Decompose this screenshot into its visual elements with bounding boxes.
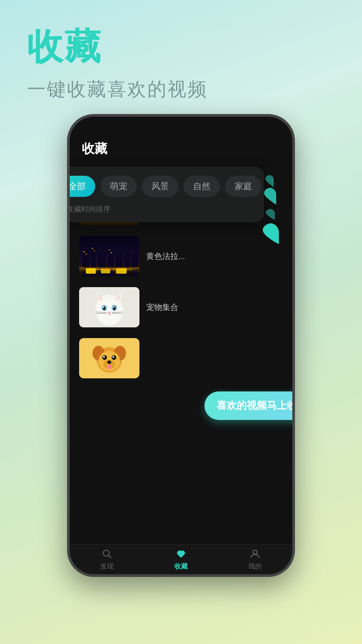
filter-tab-nature[interactable]: 自然 bbox=[184, 176, 220, 197]
svg-rect-20 bbox=[109, 250, 110, 251]
video-thumbnail-cat bbox=[79, 287, 139, 327]
list-item[interactable] bbox=[70, 333, 292, 384]
svg-rect-24 bbox=[101, 269, 110, 273]
tooltip-bubble: 喜欢的视频马上收藏 bbox=[204, 391, 292, 420]
nav-item-profile[interactable]: 我的 bbox=[248, 548, 262, 571]
svg-point-59 bbox=[253, 550, 257, 554]
phone-mockup: 收藏 bbox=[67, 114, 295, 577]
video-title: 黄色法拉... bbox=[146, 252, 185, 261]
svg-line-41 bbox=[96, 313, 107, 314]
svg-point-52 bbox=[103, 356, 105, 358]
filter-tab-all[interactable]: 全部 bbox=[70, 176, 95, 197]
bottom-nav: 发现 收藏 bbox=[70, 544, 292, 574]
nav-item-favorites[interactable]: 收藏 bbox=[174, 548, 188, 571]
filter-panel: 全部 萌宠 风景 自然 家庭 按收藏时间排序 bbox=[70, 166, 264, 222]
svg-point-50 bbox=[102, 355, 107, 360]
svg-point-38 bbox=[113, 307, 114, 308]
svg-rect-17 bbox=[86, 254, 87, 255]
discover-icon bbox=[101, 548, 113, 560]
video-thumbnail-city bbox=[79, 236, 139, 276]
svg-point-39 bbox=[108, 312, 111, 314]
filter-tabs: 全部 萌宠 风景 自然 家庭 bbox=[70, 176, 255, 197]
sub-title: 一键收藏喜欢的视频 bbox=[27, 77, 208, 102]
svg-line-58 bbox=[109, 555, 111, 558]
sort-label: 按收藏时间排序 bbox=[70, 204, 255, 214]
hearts-svg bbox=[252, 170, 289, 244]
svg-line-43 bbox=[112, 313, 123, 314]
video-info: 黄色法拉... bbox=[146, 251, 283, 262]
filter-tab-pets[interactable]: 萌宠 bbox=[101, 176, 137, 197]
nav-label-favorites: 收藏 bbox=[174, 562, 188, 571]
nav-label-profile: 我的 bbox=[248, 562, 262, 571]
favorites-icon bbox=[175, 548, 187, 560]
phone-screen: 收藏 bbox=[70, 117, 292, 574]
svg-rect-25 bbox=[116, 268, 127, 274]
screen-title: 收藏 bbox=[82, 142, 107, 156]
svg-rect-15 bbox=[131, 255, 138, 276]
svg-rect-18 bbox=[92, 248, 93, 249]
main-title: 收藏 bbox=[27, 27, 208, 67]
video-title: 宠物集合 bbox=[146, 303, 178, 312]
svg-point-37 bbox=[103, 307, 104, 308]
list-item[interactable]: 宠物集合 bbox=[70, 282, 292, 333]
svg-rect-19 bbox=[94, 250, 95, 251]
hearts-container bbox=[252, 170, 292, 246]
nav-label-discover: 发现 bbox=[100, 562, 114, 571]
svg-rect-23 bbox=[86, 268, 96, 274]
profile-icon bbox=[249, 548, 261, 560]
svg-point-53 bbox=[113, 356, 114, 358]
filter-tab-scenery[interactable]: 风景 bbox=[142, 176, 178, 197]
hero-section: 收藏 一键收藏喜欢的视频 bbox=[27, 27, 208, 102]
svg-point-51 bbox=[112, 355, 116, 360]
svg-rect-21 bbox=[111, 252, 112, 253]
svg-rect-16 bbox=[83, 251, 85, 252]
video-info: 宠物集合 bbox=[146, 302, 283, 313]
phone-notch bbox=[176, 123, 186, 132]
svg-point-54 bbox=[107, 361, 111, 364]
phone-frame: 收藏 bbox=[67, 114, 295, 577]
video-thumbnail-dog bbox=[79, 338, 139, 378]
nav-item-discover[interactable]: 发现 bbox=[100, 548, 114, 571]
